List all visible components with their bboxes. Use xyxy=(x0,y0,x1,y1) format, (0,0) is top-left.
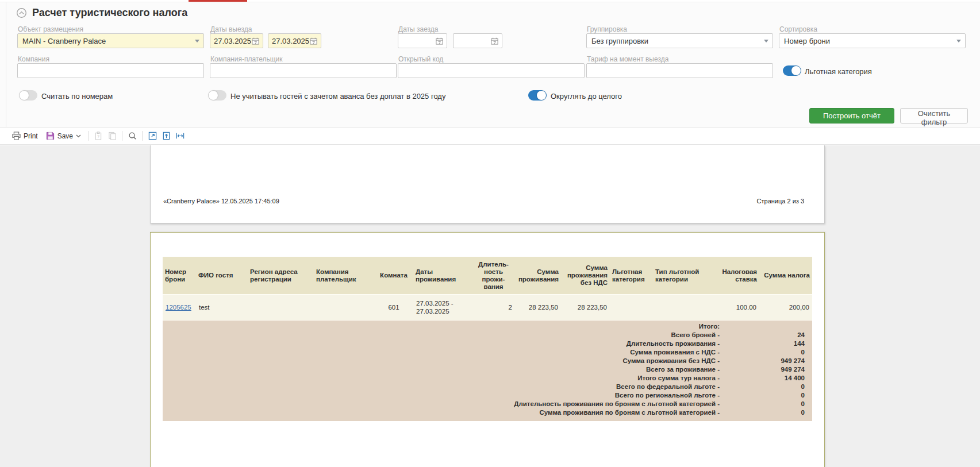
column-header: Комната xyxy=(374,257,413,294)
checkout-date-to-input[interactable]: 27.03.2025 xyxy=(268,33,321,48)
object-select[interactable]: MAIN - Cranberry Palace xyxy=(17,33,204,48)
totals-row: Всего по региональной льготе -0 xyxy=(163,391,812,400)
column-header-label: Сумма проживания xyxy=(517,268,559,283)
company-input[interactable] xyxy=(17,63,204,78)
report-page-1: «Cranberry Palace» 12.05.2025 17:45:09 С… xyxy=(150,145,825,223)
page-title: Расчет туристического налога xyxy=(32,7,187,19)
totals-value: 0 xyxy=(723,408,812,417)
table-cell-value: test xyxy=(199,303,210,311)
table-cell-value: 28 223,50 xyxy=(578,303,607,311)
calendar-icon xyxy=(436,37,443,45)
toolbar-separator xyxy=(142,131,143,141)
viewer-toolbar: Print Save ? xyxy=(0,127,980,145)
fit-page-height-button[interactable] xyxy=(159,129,173,143)
calendar-icon xyxy=(491,37,498,45)
column-header-label: Номер брони xyxy=(165,268,194,283)
exclude-advance-guests-toggle[interactable] xyxy=(208,90,226,101)
table-header-row: Номер брониФИО гостяРегион адреса регист… xyxy=(163,257,812,294)
privileged-category-label: Льготная категория xyxy=(805,67,872,76)
sorting-select[interactable]: Номер брони xyxy=(779,33,966,48)
tariff-label: Тариф на момент выезда xyxy=(587,55,668,63)
chevron-down-icon xyxy=(764,40,768,43)
table-cell-value: 2 xyxy=(509,303,512,311)
collapse-panel-button[interactable] xyxy=(16,7,27,18)
full-screen-button[interactable] xyxy=(145,129,159,143)
column-header: Налоговая ставка xyxy=(708,257,759,294)
column-header-label: Тип льготной категории xyxy=(655,268,705,283)
company-label: Компания xyxy=(18,55,49,63)
table-totals: Итого: Всего броней -24Длительность прож… xyxy=(163,320,812,421)
report-preview-area[interactable]: «Cranberry Palace» 12.05.2025 17:45:09 С… xyxy=(0,145,980,467)
table-cell: 27.03.2025 - 27.03.2025 xyxy=(413,295,472,320)
table-cell: 100.00 xyxy=(708,295,759,320)
totals-title-value xyxy=(723,322,812,331)
booking-number-link[interactable]: 1205625 xyxy=(166,303,191,311)
totals-row: Всего по федеральной льготе -0 xyxy=(163,383,812,391)
checkout-date-to-value: 27.03.2025 xyxy=(272,37,309,45)
clear-filter-button[interactable]: Очистить фильтр xyxy=(900,108,968,123)
checkin-date-to-input[interactable] xyxy=(453,33,502,48)
totals-label: Всего по федеральной льготе - xyxy=(163,383,723,391)
totals-row: Итого сумма тур налога -14 400 xyxy=(163,374,812,383)
grouping-select[interactable]: Без группировки xyxy=(586,33,773,48)
print-button[interactable]: Print xyxy=(8,129,42,143)
column-header-label: Регион адреса регистрации xyxy=(250,268,312,283)
build-report-button[interactable]: Построить отчёт xyxy=(809,108,894,123)
totals-row: Сумма проживания по броням с льготной ка… xyxy=(163,408,812,417)
table-cell xyxy=(610,295,653,320)
column-header-label: Компания плательщик xyxy=(316,268,372,283)
column-header: Компания плательщик xyxy=(314,257,374,294)
table-cell xyxy=(314,295,374,320)
pages-tool-button xyxy=(105,129,119,143)
toggle-knob xyxy=(537,91,546,100)
table-cell: 200,00 xyxy=(759,295,812,320)
sorting-label: Сортировка xyxy=(779,25,817,33)
find-button[interactable] xyxy=(125,129,139,143)
pages-icon xyxy=(108,132,117,140)
table-cell xyxy=(653,295,708,320)
checkin-date-from-input[interactable] xyxy=(398,33,447,48)
column-header-label: Даты проживания xyxy=(416,268,470,283)
table-cell: 601 xyxy=(374,295,413,320)
save-button[interactable]: Save xyxy=(42,129,85,143)
object-select-value: MAIN - Cranberry Palace xyxy=(22,37,106,45)
tariff-input[interactable] xyxy=(586,63,773,78)
totals-value: 0 xyxy=(723,383,812,391)
table-cell: test xyxy=(196,295,248,320)
round-to-integer-toggle[interactable] xyxy=(528,90,547,101)
print-button-label: Print xyxy=(24,132,38,140)
totals-label: Итого сумма тур налога - xyxy=(163,374,723,383)
totals-value: 949 274 xyxy=(723,365,812,374)
column-header: Регион адреса регистрации xyxy=(248,257,314,294)
checkout-date-from-input[interactable]: 27.03.2025 xyxy=(210,33,263,48)
report-page-2: Номер брониФИО гостяРегион адреса регист… xyxy=(150,232,825,467)
object-label: Объект размещения xyxy=(18,25,83,33)
payer-company-input[interactable] xyxy=(210,63,397,78)
privileged-category-toggle[interactable] xyxy=(783,65,801,76)
svg-text:?: ? xyxy=(97,134,99,138)
sorting-select-value: Номер брони xyxy=(784,37,830,45)
save-button-label: Save xyxy=(57,132,73,140)
fit-page-width-button[interactable] xyxy=(173,129,187,143)
totals-label: Длительность проживания по броням с льго… xyxy=(163,400,723,408)
grouping-label: Группировка xyxy=(587,25,627,33)
expand-icon xyxy=(148,132,157,140)
panel-left-edge xyxy=(6,2,6,127)
report-table: Номер брониФИО гостяРегион адреса регист… xyxy=(163,257,812,421)
chevron-up-circle-icon xyxy=(16,7,27,18)
totals-value: 949 274 xyxy=(723,357,812,365)
active-tab-indicator xyxy=(189,0,247,2)
open-code-input[interactable] xyxy=(398,63,585,78)
table-cell: 28 223,50 xyxy=(561,295,610,320)
filter-panel: Расчет туристического налога Объект разм… xyxy=(0,2,980,127)
column-header: Номер брони xyxy=(163,257,196,294)
count-by-rooms-toggle[interactable] xyxy=(19,90,37,101)
table-cell: 1205625 xyxy=(163,295,196,320)
table-data-row: 1205625test60127.03.2025 - 27.03.2025228… xyxy=(163,294,812,320)
toolbar-separator xyxy=(88,131,89,141)
totals-label: Сумма проживания по броням с льготной ка… xyxy=(163,408,723,417)
column-header: Длитель-ность прожи-вания xyxy=(472,257,515,294)
payer-company-label: Компания-плательщик xyxy=(210,55,283,63)
totals-label: Сумма проживания с НДС - xyxy=(163,348,723,357)
chevron-down-icon xyxy=(76,134,81,138)
